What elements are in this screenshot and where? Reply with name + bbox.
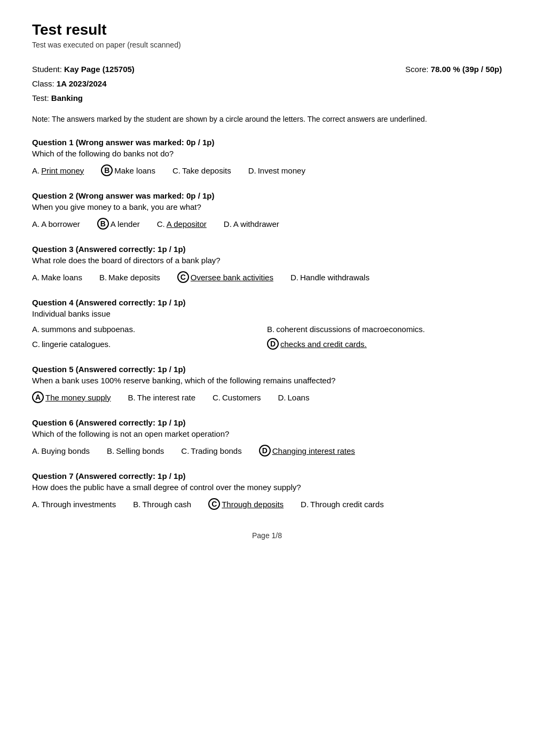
- circled-letter-q2-1: B: [97, 218, 109, 230]
- answer-q4-1: B.coherent discussions of macroeconomics…: [267, 325, 502, 334]
- question-text-q2: When you give money to a bank, you are w…: [32, 202, 502, 211]
- score-value: 78.00 % (39p / 50p): [431, 65, 502, 74]
- question-header-q5: Question 5 (Answered correctly: 1p / 1p): [32, 365, 502, 374]
- page-footer: Page 1/8: [32, 531, 502, 540]
- answer-q1-0: A.Print money: [32, 166, 84, 175]
- letter-q5-3: D.: [278, 393, 286, 402]
- answer-q5-3: D.Loans: [278, 393, 310, 402]
- answers-q3: A.Make loansB.Make depositsCOversee bank…: [32, 271, 502, 283]
- questions-container: Question 1 (Wrong answer was marked: 0p …: [32, 138, 502, 510]
- answer-q4-3: Dchecks and credit cards.: [267, 338, 502, 350]
- answer-text-q4-3: checks and credit cards.: [280, 340, 367, 349]
- answer-text-q4-2: lingerie catalogues.: [42, 340, 111, 349]
- student-info-left: Student: Kay Page (125705) Class: 1A 202…: [32, 62, 135, 105]
- letter-q7-3: D.: [301, 500, 309, 509]
- answer-text-q4-0: summons and subpoenas.: [41, 325, 135, 334]
- circled-letter-q4-3: D: [267, 338, 279, 350]
- question-text-q3: What role does the board of directors of…: [32, 256, 502, 265]
- class-label: Class:: [32, 79, 54, 88]
- answers-q6: A.Buying bondsB.Selling bondsC.Trading b…: [32, 445, 502, 456]
- student-name-line: Student: Kay Page (125705): [32, 62, 135, 76]
- letter-q1-2: C.: [172, 166, 180, 175]
- student-name: Kay Page (125705): [64, 65, 135, 74]
- letter-q6-2: C.: [181, 446, 189, 455]
- answer-q5-2: C.Customers: [213, 393, 261, 402]
- question-text-q4: Individual banks issue: [32, 309, 502, 318]
- letter-q4-0: A.: [32, 325, 40, 334]
- letter-q3-1: B.: [99, 273, 107, 282]
- letter-q5-1: B.: [128, 393, 136, 402]
- answer-text-q7-1: Through cash: [142, 500, 191, 509]
- letter-q5-2: C.: [213, 393, 221, 402]
- answer-q7-0: A.Through investments: [32, 500, 116, 509]
- question-header-q6: Question 6 (Answered correctly: 1p / 1p): [32, 418, 502, 427]
- answer-text-q7-0: Through investments: [41, 500, 116, 509]
- answer-q3-3: D.Handle withdrawals: [290, 273, 370, 282]
- answer-q1-2: C.Take deposits: [172, 166, 231, 175]
- page-title: Test result: [32, 21, 502, 38]
- student-info: Student: Kay Page (125705) Class: 1A 202…: [32, 62, 502, 105]
- answer-q2-2: C.A depositor: [157, 219, 207, 229]
- test-line: Test: Banking: [32, 91, 135, 105]
- answer-text-q1-2: Take deposits: [182, 166, 231, 175]
- answer-q7-3: D.Through credit cards: [301, 500, 384, 509]
- answer-text-q1-1: Make loans: [114, 166, 155, 175]
- letter-q4-1: B.: [267, 325, 274, 334]
- answer-q5-0: AThe money supply: [32, 391, 111, 403]
- letter-q2-0: A.: [32, 219, 40, 229]
- answer-text-q6-3: Changing interest rates: [272, 446, 355, 455]
- letter-q4-2: C.: [32, 340, 40, 349]
- answer-q6-1: B.Selling bonds: [107, 446, 164, 455]
- question-header-q2: Question 2 (Wrong answer was marked: 0p …: [32, 191, 502, 200]
- question-header-q4: Question 4 (Answered correctly: 1p / 1p): [32, 298, 502, 307]
- class-line: Class: 1A 2023/2024: [32, 76, 135, 91]
- letter-q7-1: B.: [133, 500, 140, 509]
- answers-q5: AThe money supplyB.The interest rateC.Cu…: [32, 391, 502, 403]
- letter-q7-0: A.: [32, 500, 40, 509]
- answer-text-q4-1: coherent discussions of macroeconomics.: [276, 325, 425, 334]
- answer-text-q1-0: Print money: [41, 166, 84, 175]
- circled-letter-q3-2: C: [177, 271, 189, 283]
- note-text: Note: The answers marked by the student …: [32, 114, 502, 125]
- answer-text-q3-0: Make loans: [41, 273, 82, 282]
- question-text-q6: Which of the following is not an open ma…: [32, 429, 502, 438]
- score-label: Score:: [405, 65, 428, 74]
- question-text-q7: How does the public have a small degree …: [32, 483, 502, 492]
- answer-text-q2-3: A withdrawer: [233, 219, 279, 229]
- student-label: Student:: [32, 65, 62, 74]
- answer-q3-1: B.Make deposits: [99, 273, 160, 282]
- subtitle: Test was executed on paper (result scann…: [32, 41, 502, 49]
- answer-q1-3: D.Invest money: [248, 166, 305, 175]
- letter-q2-3: D.: [224, 219, 232, 229]
- answer-q4-0: A.summons and subpoenas.: [32, 325, 267, 334]
- letter-q2-2: C.: [157, 219, 165, 229]
- answer-q6-0: A.Buying bonds: [32, 446, 90, 455]
- answer-q2-3: D.A withdrawer: [224, 219, 279, 229]
- answer-q2-1: BA lender: [97, 218, 140, 230]
- answer-text-q5-3: Loans: [288, 393, 310, 402]
- letter-q1-3: D.: [248, 166, 256, 175]
- answer-text-q6-0: Buying bonds: [41, 446, 90, 455]
- answer-text-q5-0: The money supply: [45, 393, 111, 402]
- test-value: Banking: [51, 93, 83, 103]
- answer-text-q6-2: Trading bonds: [191, 446, 241, 455]
- page-number: Page 1/8: [252, 531, 282, 540]
- answer-text-q5-2: Customers: [222, 393, 261, 402]
- answer-text-q2-0: A borrower: [41, 219, 80, 229]
- question-block-q4: Question 4 (Answered correctly: 1p / 1p)…: [32, 298, 502, 350]
- question-block-q2: Question 2 (Wrong answer was marked: 0p …: [32, 191, 502, 230]
- answers-q7: A.Through investmentsB.Through cashCThro…: [32, 498, 502, 510]
- answer-q4-2: C.lingerie catalogues.: [32, 338, 267, 350]
- answer-q5-1: B.The interest rate: [128, 393, 195, 402]
- student-info-right: Score: 78.00 % (39p / 50p): [405, 62, 502, 105]
- answers-q4: A.summons and subpoenas.B.coherent discu…: [32, 325, 502, 350]
- answer-text-q2-1: A lender: [111, 219, 140, 229]
- letter-q1-0: A.: [32, 166, 40, 175]
- circled-letter-q1-1: B: [101, 164, 113, 176]
- answer-q6-2: C.Trading bonds: [181, 446, 241, 455]
- answer-text-q6-1: Selling bonds: [116, 446, 164, 455]
- answer-q1-1: BMake loans: [101, 164, 155, 176]
- question-block-q3: Question 3 (Answered correctly: 1p / 1p)…: [32, 245, 502, 283]
- score-line: Score: 78.00 % (39p / 50p): [405, 62, 502, 76]
- answer-text-q7-3: Through credit cards: [310, 500, 384, 509]
